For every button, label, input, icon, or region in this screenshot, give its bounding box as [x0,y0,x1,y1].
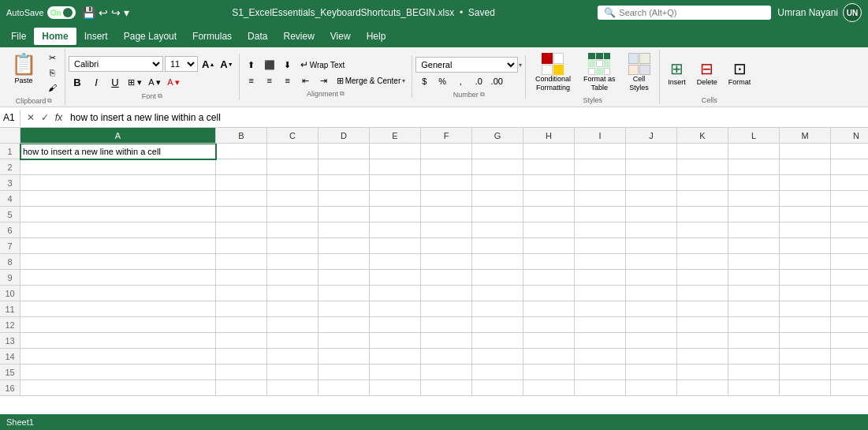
cell[interactable] [20,222,216,238]
cell[interactable] [216,191,267,207]
cell[interactable] [421,286,472,301]
cell[interactable] [319,175,370,191]
cell[interactable] [370,238,421,254]
cell[interactable] [780,222,831,238]
cell[interactable] [831,144,868,159]
cell[interactable] [626,207,677,222]
cell[interactable] [370,365,421,380]
undo-icon[interactable]: ↩ [99,6,108,19]
cell[interactable] [319,301,370,317]
save-icon[interactable]: 💾 [82,6,95,19]
cell[interactable] [20,270,216,286]
cell[interactable] [472,365,523,380]
cell[interactable] [370,333,421,349]
cell[interactable] [523,159,575,175]
cell[interactable] [626,238,677,254]
cell[interactable] [319,333,370,349]
cell[interactable] [626,222,677,238]
cell[interactable] [523,380,575,396]
search-input[interactable] [619,8,761,17]
cell[interactable] [523,333,575,349]
cell[interactable] [626,349,677,365]
cell[interactable] [523,349,575,365]
cell[interactable] [267,159,319,175]
cell[interactable] [319,191,370,207]
cell[interactable] [728,254,780,270]
row-number[interactable]: 14 [0,349,20,365]
col-header-l[interactable]: L [728,128,780,144]
cell[interactable] [20,175,216,191]
cell[interactable] [20,238,216,254]
cell[interactable] [319,286,370,301]
menu-formulas[interactable]: Formulas [184,28,240,45]
cell[interactable] [267,286,319,301]
cell[interactable] [831,175,868,191]
cell[interactable] [831,365,868,380]
cell[interactable] [472,333,523,349]
cell[interactable] [523,144,575,159]
cell[interactable] [472,270,523,286]
cell[interactable] [626,286,677,301]
menu-help[interactable]: Help [359,28,394,45]
number-format-dropdown-arrow[interactable]: ▾ [519,62,522,69]
cell[interactable] [728,159,780,175]
wrap-text-button[interactable]: ↵ Wrap Text [297,58,348,72]
cell[interactable] [421,191,472,207]
row-number[interactable]: 1 [0,144,20,159]
row-number[interactable]: 13 [0,333,20,349]
cell[interactable] [216,349,267,365]
cell[interactable] [267,254,319,270]
cell[interactable] [575,286,626,301]
cell[interactable] [831,159,868,175]
cell[interactable] [472,349,523,365]
col-header-e[interactable]: E [370,128,421,144]
cell[interactable] [319,317,370,333]
cell[interactable] [370,159,421,175]
cell[interactable] [370,301,421,317]
cell[interactable] [20,365,216,380]
col-header-f[interactable]: F [421,128,472,144]
cell[interactable] [523,286,575,301]
currency-button[interactable]: $ [415,74,433,88]
cell[interactable] [780,270,831,286]
alignment-expand-icon[interactable]: ⧉ [340,90,345,98]
number-format-select[interactable]: General Number Currency Accounting Date … [415,57,518,73]
cell[interactable] [267,222,319,238]
cell[interactable] [20,159,216,175]
cell[interactable] [267,175,319,191]
col-header-m[interactable]: M [780,128,831,144]
cell[interactable] [780,365,831,380]
col-header-b[interactable]: B [216,128,267,144]
cell[interactable] [523,207,575,222]
col-header-n[interactable]: N [831,128,868,144]
format-painter-button[interactable]: 🖌 [43,80,61,95]
row-number[interactable]: 10 [0,286,20,301]
cell[interactable] [319,365,370,380]
cell[interactable] [319,207,370,222]
cell[interactable] [20,286,216,301]
delete-button[interactable]: ⊟ Delete [692,51,722,94]
cell[interactable] [831,301,868,317]
cell[interactable] [267,365,319,380]
cell[interactable] [216,207,267,222]
align-center-button[interactable]: ≡ [261,73,278,88]
cell[interactable] [216,159,267,175]
cell[interactable] [319,222,370,238]
row-number[interactable]: 9 [0,270,20,286]
cell[interactable] [677,175,728,191]
cell[interactable] [267,349,319,365]
format-button[interactable]: ⊡ Format [724,51,756,94]
comma-button[interactable]: , [452,74,469,88]
col-header-c[interactable]: C [267,128,319,144]
cell[interactable] [780,254,831,270]
cell[interactable] [728,144,780,159]
increase-decimal-button[interactable]: .00 [488,74,505,88]
cell[interactable] [677,191,728,207]
cell[interactable] [728,286,780,301]
cell[interactable] [421,238,472,254]
merge-center-button[interactable]: ⊞ Merge & Center ▾ [333,73,409,88]
cell[interactable] [831,191,868,207]
cancel-formula-button[interactable]: ✕ [25,112,36,123]
align-right-button[interactable]: ≡ [279,73,296,88]
cell[interactable] [575,207,626,222]
